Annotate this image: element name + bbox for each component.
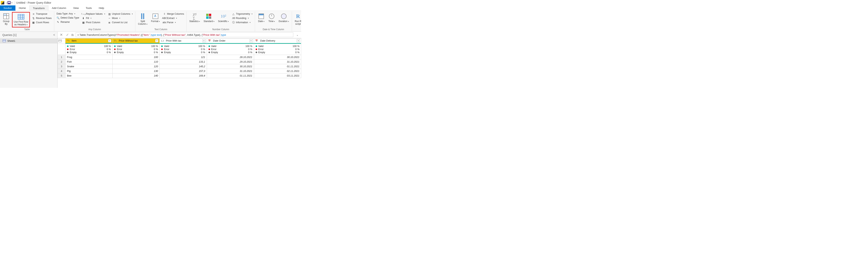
type-date-icon[interactable]: 📅 — [255, 39, 259, 42]
convert-to-list-button[interactable]: ≣Convert to List — [107, 21, 133, 24]
cell-price-without-tax[interactable]: 110 — [113, 59, 160, 64]
cell-price-with-tax[interactable]: 169,4 — [160, 73, 207, 78]
cell-item[interactable]: Snake — [65, 64, 113, 69]
move-button[interactable]: ↔Move▾ — [107, 16, 133, 20]
detect-data-type-button[interactable]: 🔍Detect Data Type — [56, 16, 80, 20]
cell-price-without-tax[interactable]: 100 — [113, 55, 160, 59]
cell-item[interactable]: Pig — [65, 69, 113, 73]
tab-add-column[interactable]: Add Column — [49, 5, 70, 11]
table-row[interactable]: 5Bee140169,401.11.202103.11.2021 — [58, 73, 301, 78]
column-header-price-without-tax[interactable]: 1²₃Price Without tax▾ — [113, 38, 159, 44]
table-row[interactable]: 3Snake120145,230.10.202101.11.2021 — [58, 64, 301, 69]
column-header-item[interactable]: ᴬᴮcItem▾ — [65, 38, 112, 44]
cell-date-order[interactable]: 30.10.2021 — [207, 64, 254, 69]
tab-help[interactable]: Help — [95, 5, 107, 11]
cell-date-delivery[interactable]: 02.11.2021 — [254, 69, 301, 73]
transpose-button[interactable]: ⤭Transpose — [31, 12, 52, 16]
row-number[interactable]: 5 — [58, 73, 65, 78]
formula-input[interactable]: = Table.TransformColumnTypes(#"Promoted … — [76, 32, 293, 37]
qat-dropdown-icon[interactable]: ▾ — [11, 2, 12, 4]
cell-date-order[interactable]: 28.10.2021 — [207, 55, 254, 59]
table-row[interactable]: 2Fish110133,129.10.202131.10.2021 — [58, 59, 301, 64]
collapse-queries-icon[interactable]: < — [53, 33, 55, 37]
filter-dropdown-icon[interactable]: ▾ — [155, 39, 158, 42]
cell-item[interactable]: Fish — [65, 59, 113, 64]
row-number[interactable]: 1 — [58, 55, 65, 59]
cell-item[interactable]: Bee — [65, 73, 113, 78]
reverse-rows-icon: ⇅ — [32, 17, 35, 20]
cell-date-delivery[interactable]: 31.10.2021 — [254, 59, 301, 64]
use-first-row-as-headers-button[interactable]: Use First Row as Headers▾ — [12, 12, 29, 27]
table-row[interactable]: 1Frog10012128.10.202130.10.2021 — [58, 55, 301, 59]
split-column-button[interactable]: Split Column▾ — [137, 12, 149, 26]
tab-file[interactable]: Soubor — [0, 5, 16, 11]
filter-dropdown-icon[interactable]: ▾ — [297, 39, 300, 42]
column-header-date-order[interactable]: 📅Date Order▾ — [207, 38, 254, 44]
ribbon-group-text-column: Split Column▾ Format▾ ⫴Merge Columns ABC… — [135, 11, 187, 31]
information-button[interactable]: ⓘInformation▾ — [231, 21, 253, 24]
group-by-button[interactable]: Group By — [2, 12, 11, 26]
save-icon[interactable] — [7, 1, 11, 4]
filter-dropdown-icon[interactable]: ▾ — [108, 39, 111, 42]
cell-date-order[interactable]: 29.10.2021 — [207, 59, 254, 64]
filter-dropdown-icon[interactable]: ▾ — [250, 39, 253, 42]
cell-date-order[interactable]: 31.10.2021 — [207, 69, 254, 73]
column-header-price-with-tax[interactable]: 1.2Price With tax▾ — [160, 38, 207, 44]
parse-button[interactable]: abcParse▾ — [162, 21, 185, 24]
r-icon: R — [294, 13, 301, 20]
type-text-icon[interactable]: ᴬᴮc — [67, 39, 70, 42]
trigonometry-button[interactable]: △Trigonometry▾ — [231, 12, 253, 16]
cell-date-delivery[interactable]: 01.11.2021 — [254, 64, 301, 69]
cell-price-without-tax[interactable]: 120 — [113, 64, 160, 69]
data-type-button[interactable]: Data Type: Any▾ — [56, 12, 80, 16]
format-button[interactable]: Format▾ — [150, 12, 161, 24]
unpivot-columns-button[interactable]: ▥Unpivot Columns▾ — [107, 12, 133, 16]
cell-price-with-tax[interactable]: 121 — [160, 55, 207, 59]
tab-view[interactable]: View — [70, 5, 82, 11]
date-button[interactable]: Date▾ — [256, 12, 266, 24]
cell-price-with-tax[interactable]: 145,2 — [160, 64, 207, 69]
commit-formula-icon[interactable]: ✓ — [65, 33, 69, 37]
table-row[interactable]: 4Pig130157,331.10.202102.11.2021 — [58, 69, 301, 73]
extract-button[interactable]: ABCExtract▾ — [162, 16, 185, 20]
merge-columns-button[interactable]: ⫴Merge Columns — [162, 12, 185, 16]
cell-date-delivery[interactable]: 30.10.2021 — [254, 55, 301, 59]
cell-price-without-tax[interactable]: 140 — [113, 73, 160, 78]
cell-date-order[interactable]: 01.11.2021 — [207, 73, 254, 78]
tab-home[interactable]: Home — [16, 5, 29, 11]
rounding-button[interactable]: .00Rounding▾ — [231, 16, 253, 20]
row-number[interactable]: 2 — [58, 59, 65, 64]
cancel-formula-icon[interactable]: ✕ — [59, 33, 63, 37]
statistics-button[interactable]: χσΣStatistics▾ — [188, 12, 201, 24]
type-int-icon[interactable]: 1²₃ — [114, 39, 118, 42]
run-r-script-button[interactable]: RRun R script — [293, 12, 301, 26]
tab-transform[interactable]: Transform — [29, 5, 49, 11]
fx-icon[interactable]: fx — [71, 33, 74, 36]
row-number[interactable]: 3 — [58, 64, 65, 69]
standard-button[interactable]: Standard▾ — [202, 12, 216, 24]
expand-formula-icon[interactable]: ⌄ — [295, 33, 300, 36]
rename-button[interactable]: ✎Rename — [56, 20, 80, 24]
pivot-column-button[interactable]: ▦Pivot Column — [81, 21, 106, 24]
parse-icon: abc — [163, 21, 166, 24]
fill-button[interactable]: ⬇Fill▾ — [81, 16, 106, 20]
duration-button[interactable]: Duration▾ — [277, 12, 290, 24]
reverse-rows-button[interactable]: ⇅Reverse Rows — [31, 16, 52, 20]
query-item-sheet1[interactable]: Sheet1 — [0, 38, 57, 43]
time-button[interactable]: Time▾ — [267, 12, 276, 24]
scientific-button[interactable]: 10²Scientific▾ — [217, 12, 230, 24]
column-header-date-delivery[interactable]: 📅Date Delivery▾ — [254, 38, 301, 44]
count-rows-button[interactable]: ▦Count Rows — [31, 21, 52, 24]
filter-dropdown-icon[interactable]: ▾ — [203, 39, 206, 42]
replace-values-button[interactable]: ¹→₂Replace Values▾ — [81, 12, 106, 16]
row-number[interactable]: 4 — [58, 69, 65, 73]
cell-price-with-tax[interactable]: 157,3 — [160, 69, 207, 73]
cell-date-delivery[interactable]: 03.11.2021 — [254, 73, 301, 78]
cell-item[interactable]: Frog — [65, 55, 113, 59]
type-decimal-icon[interactable]: 1.2 — [161, 40, 165, 42]
type-date-icon[interactable]: 📅 — [208, 39, 212, 42]
cell-price-without-tax[interactable]: 130 — [113, 69, 160, 73]
cell-price-with-tax[interactable]: 133,1 — [160, 59, 207, 64]
select-all-corner[interactable] — [58, 38, 65, 44]
tab-tools[interactable]: Tools — [82, 5, 95, 11]
